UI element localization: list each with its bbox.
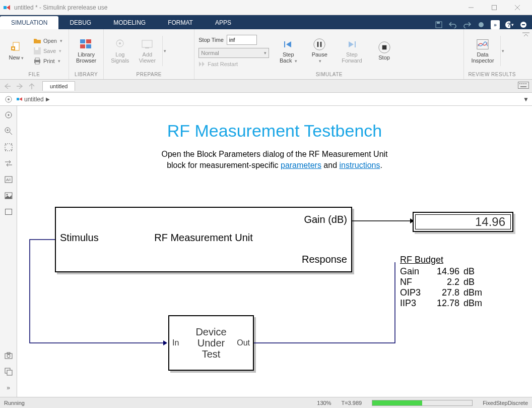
svg-rect-46 bbox=[17, 98, 19, 100]
print-label: Print bbox=[43, 58, 55, 64]
canvas-title: RF Measurement Testbench bbox=[17, 121, 532, 141]
palette-sidebar: A≡ » bbox=[0, 106, 17, 397]
status-zoom[interactable]: 130% bbox=[317, 400, 331, 406]
canvas[interactable]: RF Measurement Testbench Open the Block … bbox=[17, 106, 532, 397]
display-block[interactable]: 14.96 bbox=[413, 212, 513, 232]
parameters-link[interactable]: parameters bbox=[281, 161, 321, 169]
tab-apps[interactable]: APPS bbox=[204, 16, 242, 29]
tab-debug[interactable]: DEBUG bbox=[58, 16, 102, 29]
nav-forward-icon[interactable] bbox=[15, 82, 24, 91]
svg-rect-2 bbox=[492, 5, 497, 10]
svg-rect-6 bbox=[437, 22, 440, 24]
shortcuts-icon[interactable]: » bbox=[491, 20, 500, 29]
data-inspector-button[interactable]: Data Inspector bbox=[468, 36, 497, 66]
svg-rect-11 bbox=[522, 24, 525, 25]
step-back-label: Step Back bbox=[280, 51, 294, 64]
stop-button[interactable]: Stop bbox=[372, 39, 396, 63]
nav-back-icon[interactable] bbox=[3, 82, 12, 91]
add-viewer-button: Add Viewer bbox=[135, 36, 159, 66]
window-title: untitled * - Simulink prerelease use bbox=[14, 4, 459, 11]
help-icon[interactable]: ?▾ bbox=[505, 20, 514, 29]
svg-point-45 bbox=[8, 98, 10, 100]
fit-icon[interactable] bbox=[4, 142, 14, 152]
breadcrumb-chevron-icon[interactable]: ▶ bbox=[46, 96, 50, 102]
budget-row-oip3: OIP327.8dBm bbox=[400, 287, 482, 298]
library-browser-label: Library Browser bbox=[76, 51, 96, 64]
model-root-icon[interactable] bbox=[3, 94, 14, 105]
simulink-app-icon bbox=[3, 4, 11, 12]
svg-rect-39 bbox=[519, 83, 520, 84]
wire-gain-to-display bbox=[352, 216, 415, 226]
toolstrip: New▾ Open▾ Save▾ Print▾ FILE Library Bro… bbox=[0, 29, 532, 80]
status-time: T=3.989 bbox=[341, 400, 362, 406]
step-forward-label: Step Forward bbox=[342, 51, 362, 64]
breadcrumb-text[interactable]: untitled bbox=[24, 96, 44, 103]
rf-measurement-unit-block[interactable]: Stimulus RF Measurement Unit Gain (dB) R… bbox=[55, 207, 352, 272]
zoom-in-icon[interactable] bbox=[4, 126, 14, 136]
maximize-button[interactable] bbox=[483, 0, 506, 15]
pause-label: Pause bbox=[312, 51, 327, 57]
toolstrip-prepare-group: Log Signals Add Viewer ▾ PREPARE bbox=[104, 29, 194, 79]
close-button[interactable] bbox=[506, 0, 529, 15]
record-icon[interactable] bbox=[477, 20, 486, 29]
device-under-test-block[interactable]: In Device Under Test Out bbox=[168, 315, 254, 371]
rectangle-icon[interactable] bbox=[4, 207, 14, 217]
image-icon[interactable] bbox=[4, 191, 14, 201]
copy-icon[interactable] bbox=[4, 367, 14, 377]
toggle-arrows-icon[interactable] bbox=[4, 158, 14, 168]
redo-icon[interactable] bbox=[462, 20, 472, 29]
breadcrumb-dropdown-icon[interactable]: ▼ bbox=[523, 96, 529, 103]
svg-rect-27 bbox=[142, 40, 152, 47]
stoptime-input[interactable] bbox=[227, 35, 257, 45]
instructions-link[interactable]: instructions bbox=[340, 161, 380, 169]
annotation-icon[interactable]: A≡ bbox=[4, 174, 14, 185]
progress-bar bbox=[372, 400, 473, 406]
svg-rect-63 bbox=[7, 370, 12, 375]
main-area: A≡ » RF Measurement Testbench Open the B… bbox=[0, 106, 532, 397]
stoptime-label: Stop Time bbox=[198, 37, 224, 43]
tab-format[interactable]: FORMAT bbox=[157, 16, 204, 29]
review-expand-icon[interactable]: ▾ bbox=[500, 36, 505, 66]
data-inspector-label: Data Inspector bbox=[471, 51, 494, 64]
desc-line2c: . bbox=[380, 161, 382, 169]
budget-title: RF Budget bbox=[400, 255, 482, 265]
expand-icon[interactable]: » bbox=[4, 383, 14, 393]
save-button[interactable]: Save▾ bbox=[31, 46, 64, 55]
step-back-button[interactable]: Step Back ▾ bbox=[276, 36, 300, 66]
document-tab[interactable]: untitled bbox=[42, 81, 75, 91]
new-button[interactable]: New▾ bbox=[4, 39, 28, 63]
prepare-expand-icon[interactable]: ▾ bbox=[162, 36, 167, 66]
svg-rect-33 bbox=[355, 41, 356, 47]
toolstrip-library-group: Library Browser LIBRARY bbox=[69, 29, 104, 79]
model-icon bbox=[16, 96, 23, 103]
open-button[interactable]: Open▾ bbox=[31, 36, 64, 45]
fast-restart-label: Fast Restart bbox=[208, 61, 238, 67]
camera-icon[interactable] bbox=[4, 351, 14, 361]
tab-simulation[interactable]: SIMULATION bbox=[0, 16, 58, 29]
collapse-toolstrip-icon[interactable] bbox=[519, 20, 528, 29]
pause-button[interactable]: Pause▾ bbox=[307, 36, 331, 66]
fast-restart-button[interactable]: Fast Restart bbox=[198, 61, 269, 67]
undo-icon[interactable] bbox=[448, 20, 457, 29]
tab-modeling[interactable]: MODELING bbox=[102, 16, 157, 29]
svg-point-48 bbox=[8, 114, 9, 116]
port-gain: Gain (dB) bbox=[304, 214, 347, 225]
svg-line-50 bbox=[10, 132, 12, 135]
nav-up-icon[interactable] bbox=[27, 82, 36, 91]
status-solver[interactable]: FixedStepDiscrete bbox=[483, 400, 528, 406]
svg-rect-58 bbox=[5, 209, 12, 215]
step-forward-button: Step Forward bbox=[339, 36, 365, 66]
save-quick-icon[interactable] bbox=[434, 20, 443, 29]
svg-text:A≡: A≡ bbox=[6, 178, 11, 182]
titlebar: untitled * - Simulink prerelease use bbox=[0, 0, 532, 15]
minimize-button[interactable] bbox=[459, 0, 483, 15]
svg-rect-19 bbox=[35, 58, 39, 60]
print-button[interactable]: Print▾ bbox=[31, 56, 64, 66]
sim-mode-select[interactable]: Normal▾ bbox=[198, 48, 269, 58]
toolstrip-simulate-group: Stop Time Normal▾ Fast Restart Step Back… bbox=[194, 29, 464, 79]
keyboard-icon[interactable] bbox=[518, 82, 529, 90]
target-icon[interactable] bbox=[4, 110, 14, 120]
library-browser-button[interactable]: Library Browser bbox=[73, 36, 99, 66]
toolstrip-collapse-icon[interactable] bbox=[520, 29, 532, 79]
svg-rect-22 bbox=[86, 39, 91, 43]
